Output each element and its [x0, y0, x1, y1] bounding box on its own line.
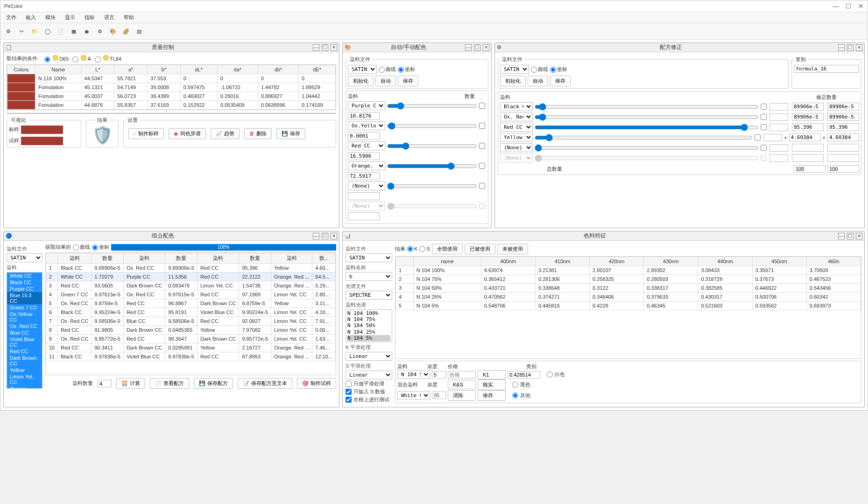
auto-file-select[interactable]: SATIN — [348, 65, 377, 74]
menu-item[interactable]: 帮助 — [120, 13, 138, 22]
corr-mid[interactable] — [769, 144, 788, 152]
feat-conc-input[interactable] — [432, 371, 446, 378]
corr-coord-radio[interactable]: 坐标 — [550, 66, 567, 73]
combo-dye-list[interactable]: White CCBlack CCPurple CCBlue 15:3 CCGre… — [7, 272, 42, 389]
feat-name-select[interactable]: b — [346, 272, 392, 281]
auto-auto-button[interactable]: 自动 — [375, 76, 396, 86]
feat-s-select[interactable]: Linear — [346, 371, 392, 379]
dye-slider[interactable] — [387, 162, 477, 170]
corr-auto-button[interactable]: 自动 — [528, 76, 548, 86]
chk-root-test[interactable] — [346, 397, 352, 403]
table-row[interactable]: 11Black CC9.97836e-5Violet Blue CC9.9783… — [46, 352, 335, 361]
menu-item[interactable]: 输入 — [22, 13, 40, 22]
feat-file-select[interactable]: SATIN — [346, 253, 392, 262]
rainbow-icon[interactable]: 🌈 — [121, 26, 131, 36]
k1-value[interactable] — [508, 371, 540, 378]
table-row[interactable]: 4N 104 25%0.4709620.3742710.3484060.3796… — [396, 293, 861, 301]
minimize-button[interactable]: — — [833, 2, 839, 10]
corr-fix-value[interactable] — [792, 154, 824, 162]
corr-eq-value[interactable] — [827, 154, 859, 162]
illuminant-radio[interactable]: TL84 — [95, 56, 121, 62]
squares-icon[interactable]: ▧ — [134, 26, 144, 36]
table-row[interactable]: Fomulation44.687655.835737.61690.1529220… — [7, 100, 336, 109]
doc-icon[interactable]: 📄 — [56, 26, 66, 36]
menu-item[interactable]: 文件 — [2, 13, 20, 22]
dye-select[interactable]: (None) — [348, 202, 385, 210]
cat-white-radio[interactable] — [547, 371, 553, 378]
corr-mid[interactable] — [769, 124, 788, 131]
corr-slider[interactable] — [535, 154, 759, 162]
dye-lock[interactable] — [479, 203, 485, 209]
chk-smooth[interactable] — [346, 381, 352, 387]
list-item[interactable]: Limon Yel. CC — [7, 373, 42, 385]
panel-max-button[interactable]: ☐ — [847, 44, 854, 51]
feat-dye-select[interactable]: N 104 5% — [397, 370, 430, 379]
corr-fix-value[interactable] — [792, 144, 824, 152]
dye-value[interactable] — [348, 152, 380, 160]
table-row[interactable]: 2White CC1.72079Purple CC11.5356Red CC22… — [46, 273, 335, 281]
table-row[interactable]: 5N 104 5%0.5487060.4458160.42280.463450.… — [396, 301, 861, 310]
corr-eq-value[interactable] — [827, 144, 859, 152]
panel-min-button[interactable]: — — [465, 44, 472, 51]
dye-slider[interactable] — [387, 142, 477, 150]
panel-min-button[interactable]: — — [313, 233, 319, 239]
combo-curve-radio[interactable]: 曲线 — [73, 244, 90, 251]
dye-slider[interactable] — [387, 203, 477, 210]
corr-eq-value[interactable] — [827, 113, 859, 121]
feat-save-button[interactable]: 保存 — [478, 390, 506, 401]
circle3-icon[interactable]: ◉ — [82, 26, 92, 36]
panel-max-button[interactable]: ☐ — [322, 44, 328, 51]
corr-slider[interactable] — [535, 124, 759, 131]
close-button[interactable]: ✕ — [858, 2, 864, 10]
palette-icon[interactable]: 🎨 — [108, 26, 118, 36]
delete-button[interactable]: 🗑删除 — [244, 128, 272, 139]
use-all-button[interactable]: 全部使用 — [432, 244, 463, 254]
k1-button[interactable]: K1 — [478, 370, 506, 379]
gear-icon[interactable]: ⚙ — [3, 26, 14, 36]
dye-value[interactable] — [348, 192, 380, 200]
corr-curve-radio[interactable]: 曲线 — [531, 66, 548, 73]
table-row[interactable]: 2N 104 75%0.3654120.2813060.2583250.2805… — [396, 275, 861, 284]
corr-file-select[interactable]: SATIN — [500, 65, 529, 74]
corr-fix-value[interactable] — [792, 113, 824, 121]
dye-value[interactable] — [348, 112, 380, 120]
corr-slider[interactable] — [535, 134, 753, 141]
corr-dye-select[interactable]: Ox. Red — [500, 112, 533, 121]
auto-curve-radio[interactable]: 曲线 — [379, 66, 396, 73]
list-item[interactable]: Blue 15:3 CC — [7, 292, 42, 304]
dye-slider[interactable] — [387, 182, 477, 190]
feat-mix-select[interactable]: White CC — [397, 391, 430, 400]
corr-total1-input[interactable] — [794, 165, 826, 173]
corr-fix-value[interactable] — [792, 103, 824, 111]
maximize-button[interactable]: ☐ — [846, 2, 852, 10]
feat-k-select[interactable]: Linear — [346, 352, 392, 361]
corr-lock[interactable] — [761, 114, 767, 120]
corr-lock[interactable] — [755, 134, 761, 140]
dye-value[interactable] — [348, 212, 380, 220]
corr-lock[interactable] — [761, 145, 767, 151]
table-row[interactable]: 7Ox. Red CC9.58506e-5Blue CC9.58506e-5Re… — [46, 317, 335, 326]
save-formula-file-button[interactable]: 📝保存配方至文本 — [238, 378, 292, 389]
combo-count-input[interactable] — [98, 380, 112, 387]
table-row[interactable]: 3Red CC93.0605Dark Brown CC0.093478Limon… — [46, 281, 335, 290]
folder-icon[interactable]: 📁 — [29, 26, 40, 36]
list-item[interactable]: Dark Brown CC — [7, 355, 42, 367]
used-button[interactable]: 已被使用 — [465, 244, 495, 254]
panel-min-button[interactable]: — — [313, 44, 319, 51]
ks-button[interactable]: K&S — [448, 380, 476, 389]
list-item[interactable]: Ox. Red CC — [7, 323, 42, 329]
ring-icon[interactable]: ◯ — [42, 26, 53, 36]
corr-save-button[interactable]: 保存 — [550, 76, 571, 86]
list-item[interactable]: Black CC — [7, 279, 42, 286]
cat-black-radio[interactable] — [512, 382, 518, 388]
feat-k-radio[interactable]: K — [407, 246, 417, 252]
table-row[interactable]: 5Ox. Red CC9.8759e-5Red CC96.8867Dark Br… — [46, 299, 335, 308]
list-item[interactable]: Ox.Yellow CC — [7, 311, 42, 323]
grid-icon[interactable]: ▦ — [69, 26, 79, 36]
table-row[interactable]: 9Ox. Red CC9.85772e-5Red CC98.3647Dark B… — [46, 335, 335, 343]
corr-mid[interactable] — [769, 113, 788, 121]
corr-dye-select[interactable]: Red CC — [500, 123, 533, 132]
dye-slider[interactable] — [387, 102, 477, 110]
dye-select[interactable]: Ox.Yellow C — [348, 121, 385, 130]
corr-lock[interactable] — [761, 124, 767, 130]
